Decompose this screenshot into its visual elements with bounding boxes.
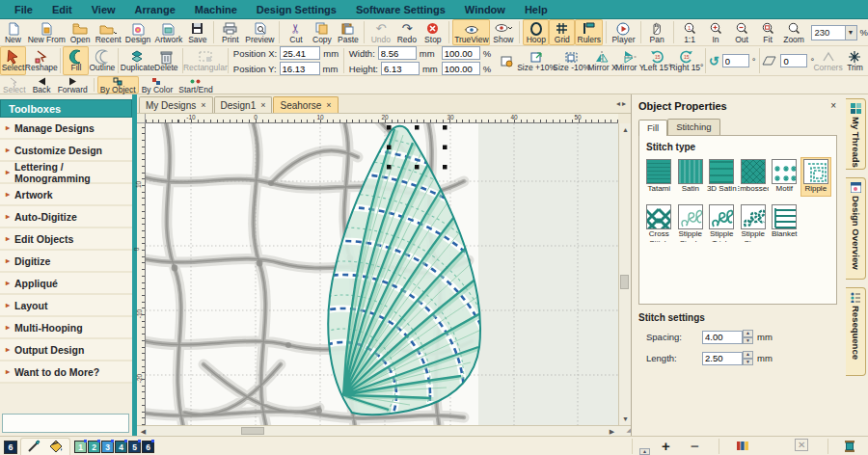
position-y-input[interactable]	[280, 62, 320, 75]
stitch-stipple-triple[interactable]: StippleTriple	[706, 202, 738, 242]
thread-color-6[interactable]: 6	[142, 441, 154, 453]
menu-window[interactable]: Window	[456, 2, 514, 17]
stitch-3d-satin[interactable]: 3D Satin	[706, 157, 738, 197]
sidebar-item-want-more[interactable]: Want to do More?	[0, 361, 132, 384]
close-icon[interactable]: ×	[260, 100, 265, 110]
menu-view[interactable]: View	[83, 2, 124, 17]
sidebar-item-lettering[interactable]: Lettering / Monogramming	[0, 162, 132, 184]
stitch-stipple-stem[interactable]: StippleStem	[738, 202, 770, 242]
new-from-button[interactable]: New From	[26, 19, 68, 45]
remove-color-icon[interactable]: −	[691, 438, 699, 454]
stitch-satin[interactable]: Satin	[675, 157, 707, 197]
hide-unused-threads-icon[interactable]	[736, 440, 749, 452]
skew-input[interactable]	[780, 54, 807, 67]
design-button[interactable]: Design	[123, 19, 153, 45]
stitch-motif[interactable]: Motif	[769, 157, 800, 197]
mirror-y-button[interactable]: Mirror Y	[616, 46, 644, 75]
close-icon[interactable]: ×	[830, 100, 836, 111]
trim-button[interactable]: Trim	[842, 46, 868, 75]
open-button[interactable]: Open	[68, 19, 94, 45]
rotate-by-input[interactable]	[722, 54, 749, 67]
zoom-in-button[interactable]: In	[703, 19, 729, 45]
menu-arrange[interactable]: Arrange	[126, 2, 184, 17]
thread-color-3[interactable]: 3	[101, 441, 114, 453]
undo-button[interactable]: ↶ Undo	[367, 19, 393, 45]
menu-machine[interactable]: Machine	[186, 2, 246, 17]
redo-button[interactable]: ↷ Redo	[393, 19, 420, 45]
horizontal-scrollbar[interactable]: ◀ ▶ ◢	[137, 425, 631, 436]
tab-fill[interactable]: Fill	[638, 120, 667, 136]
recent-button[interactable]: Recent	[94, 19, 123, 45]
print-button[interactable]: Print	[217, 19, 243, 45]
tab-stitching[interactable]: Stitching	[667, 119, 719, 135]
stitch-blanket[interactable]: Blanket	[769, 202, 800, 242]
zoom-level-combobox[interactable]: 230▼	[811, 25, 857, 40]
forward-button[interactable]: Forward	[55, 76, 91, 94]
resequence-tab[interactable]: Resequence	[846, 287, 866, 376]
reshape-tool-button[interactable]: Reshape	[26, 46, 57, 75]
length-spinner[interactable]: ▲▼	[743, 351, 753, 365]
menu-edit[interactable]: Edit	[43, 2, 81, 17]
trueview-toggle[interactable]: TrueView	[452, 19, 490, 45]
stitch-ripple[interactable]: Ripple	[800, 157, 832, 197]
height-input[interactable]	[381, 62, 420, 75]
zoom-tool-button[interactable]: Zoom	[781, 19, 807, 45]
pen-tool-icon[interactable]	[27, 440, 41, 453]
show-dropdown[interactable]: Show	[490, 19, 516, 45]
thread-color-1[interactable]: 1	[74, 441, 87, 453]
size-down-button[interactable]: Size -10%	[555, 46, 588, 75]
stitch-tatami[interactable]: Tatami	[643, 157, 675, 197]
close-icon[interactable]: ×	[326, 100, 331, 110]
corners-button[interactable]: Corners	[814, 46, 842, 75]
thread-color-5[interactable]: 5	[128, 441, 141, 453]
select-small-button[interactable]: Select	[0, 76, 29, 94]
paste-button[interactable]: Paste	[335, 19, 361, 45]
horizontal-scroll-thumb[interactable]	[241, 427, 264, 435]
tab-design1[interactable]: Design1 ×	[214, 96, 273, 113]
by-object-button[interactable]: By Object	[97, 76, 139, 94]
design-canvas[interactable]	[146, 123, 618, 425]
design-overview-tab[interactable]: Design Overview	[846, 177, 866, 280]
thread-spool-icon[interactable]	[843, 440, 856, 453]
stop-button[interactable]: Stop	[420, 19, 446, 45]
zoom-out-button[interactable]: Out	[729, 19, 755, 45]
aspect-lock-button[interactable]	[493, 46, 519, 75]
close-icon[interactable]: ×	[201, 100, 205, 110]
spacing-input[interactable]	[702, 331, 743, 344]
rulers-toggle[interactable]: Rulers	[575, 19, 603, 45]
vertical-scroll-thumb[interactable]	[620, 275, 629, 289]
sidebar-item-multi-hooping[interactable]: Multi-Hooping	[0, 317, 132, 339]
zoom-fit-button[interactable]: Fit	[755, 19, 781, 45]
spacing-spinner[interactable]: ▲▼	[743, 330, 753, 344]
my-threads-tab[interactable]: My Threads	[846, 98, 866, 170]
thread-color-2[interactable]: 2	[88, 441, 100, 453]
vertical-scrollbar[interactable]: ▲ ▼	[618, 123, 631, 425]
sidebar-item-applique[interactable]: Appliqué	[0, 273, 132, 295]
color-count-spinner[interactable]: ▲▼	[639, 440, 650, 455]
save-button[interactable]: Save	[184, 19, 210, 45]
rotate-right-15-button[interactable]: 15 Right 15°	[671, 46, 702, 75]
sidebar-item-artwork[interactable]: Artwork	[0, 184, 132, 206]
no-suggestions-icon[interactable]: ✕	[795, 439, 808, 451]
duplicate-button[interactable]: Duplicate	[122, 46, 153, 75]
delete-button[interactable]: Delete	[153, 46, 179, 75]
position-x-input[interactable]	[280, 46, 320, 60]
sidebar-item-manage-designs[interactable]: Manage Designs	[0, 118, 132, 140]
mirror-x-button[interactable]: Mirror X	[588, 46, 616, 75]
rectangular-select-button[interactable]: Rectangular	[186, 46, 226, 75]
menu-help[interactable]: Help	[516, 2, 556, 17]
width-input[interactable]	[378, 46, 417, 60]
tab-scroll-arrows-icon[interactable]: ◂▸	[616, 99, 628, 108]
back-button[interactable]: Back	[29, 76, 55, 94]
pan-button[interactable]: Pan	[644, 19, 670, 45]
sidebar-item-auto-digitize[interactable]: Auto-Digitize	[0, 206, 132, 228]
rotate-left-15-button[interactable]: 15 Left 15°	[644, 46, 671, 75]
tab-my-designs[interactable]: My Designs ×	[139, 96, 213, 113]
new-button[interactable]: New	[0, 19, 26, 45]
sidebar-item-output-design[interactable]: Output Design	[0, 339, 132, 361]
menu-file[interactable]: File	[6, 2, 41, 17]
menu-design-settings[interactable]: Design Settings	[248, 2, 345, 17]
tab-seahorse[interactable]: Seahorse ×	[273, 96, 338, 113]
sidebar-item-edit-objects[interactable]: Edit Objects	[0, 228, 132, 251]
outline-button[interactable]: Outline	[89, 46, 115, 75]
